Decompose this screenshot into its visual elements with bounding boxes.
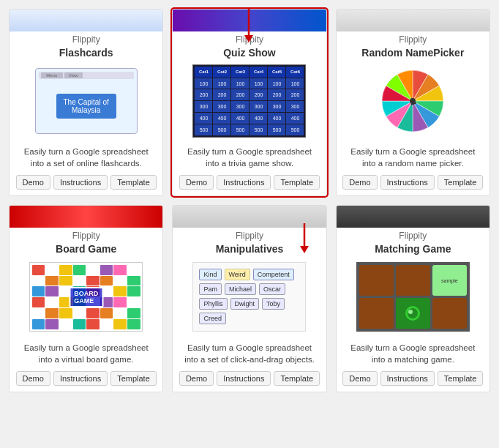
btn-instructions-quiz-show[interactable]: Instructions xyxy=(217,175,271,190)
card-description-flashcards: Easily turn a Google spreadsheet into a … xyxy=(10,141,162,175)
btn-demo-manipulatives[interactable]: Demo xyxy=(179,371,214,386)
btn-demo-flashcards[interactable]: Demo xyxy=(16,175,50,190)
card-header-flashcards xyxy=(10,10,162,31)
card-header-matching-game xyxy=(337,206,489,228)
card-random-name-picker: Flippity Random NamePicker Easily turn a… xyxy=(336,9,490,196)
btn-template-board-game[interactable]: Template xyxy=(110,371,157,386)
card-description-manipulatives: Easily turn a Google spreadsheet into a … xyxy=(173,337,326,371)
btn-demo-random-name-picker[interactable]: Demo xyxy=(342,175,377,190)
card-description-quiz-show: Easily turn a Google spreadsheet into a … xyxy=(173,141,326,175)
card-buttons-random-name-picker: DemoInstructionsTemplate xyxy=(337,175,489,195)
card-header-random-name-picker xyxy=(337,10,489,31)
card-header-manipulatives xyxy=(173,206,326,228)
btn-template-quiz-show[interactable]: Template xyxy=(274,175,320,190)
card-title-manipulatives: Flippity Manipulatives xyxy=(211,228,288,257)
card-header-quiz-show xyxy=(173,10,326,31)
card-title-flashcards: Flippity Flashcards xyxy=(55,31,118,61)
svg-point-8 xyxy=(408,310,413,314)
card-buttons-board-game: DemoInstructionsTemplate xyxy=(10,371,162,392)
svg-point-5 xyxy=(410,98,416,104)
btn-template-random-name-picker[interactable]: Template xyxy=(438,175,484,190)
card-buttons-flashcards: DemoInstructionsTemplate xyxy=(10,175,162,195)
btn-instructions-board-game[interactable]: Instructions xyxy=(53,371,108,386)
card-buttons-matching-game: DemoInstructionsTemplate xyxy=(337,371,489,392)
btn-template-matching-game[interactable]: Template xyxy=(438,371,484,386)
card-flashcards: Flippity Flashcards Menu View The Capita… xyxy=(9,9,163,196)
card-title-random-name-picker: Flippity Random NamePicker xyxy=(357,31,468,61)
card-title-quiz-show: Flippity Quiz Show xyxy=(219,31,280,61)
btn-demo-quiz-show[interactable]: Demo xyxy=(179,175,214,190)
btn-instructions-manipulatives[interactable]: Instructions xyxy=(217,371,271,386)
btn-template-flashcards[interactable]: Template xyxy=(110,175,157,190)
card-image-manipulatives: KindWeirdCompetentPamMichaelOscarPhyllis… xyxy=(173,257,326,337)
card-matching-game: Flippity Matching Game sample Easily tur… xyxy=(336,205,490,392)
btn-demo-board-game[interactable]: Demo xyxy=(16,371,50,386)
card-description-random-name-picker: Easily turn a Google spreadsheet into a … xyxy=(337,141,489,175)
card-image-matching-game: sample xyxy=(337,257,489,337)
card-title-matching-game: Flippity Matching Game xyxy=(370,228,455,257)
card-board-game: Flippity Board Game BOARDGAME Easily tur… xyxy=(9,205,163,392)
btn-instructions-matching-game[interactable]: Instructions xyxy=(380,371,435,386)
card-image-board-game: BOARDGAME xyxy=(10,257,162,337)
btn-instructions-random-name-picker[interactable]: Instructions xyxy=(380,175,435,190)
card-manipulatives: Flippity Manipulatives KindWeirdCompeten… xyxy=(172,205,326,392)
btn-instructions-flashcards[interactable]: Instructions xyxy=(53,175,108,190)
card-image-flashcards: Menu View The Capital ofMalaysia xyxy=(10,61,162,141)
btn-demo-matching-game[interactable]: Demo xyxy=(342,371,377,386)
card-description-matching-game: Easily turn a Google spreadsheet into a … xyxy=(337,337,489,371)
btn-template-manipulatives[interactable]: Template xyxy=(274,371,320,386)
card-image-quiz-show: Cat1Cat2Cat3Cat4Cat5Cat61001001001001001… xyxy=(173,61,326,141)
card-header-board-game xyxy=(10,206,162,228)
card-description-board-game: Easily turn a Google spreadsheet into a … xyxy=(10,337,162,371)
card-quiz-show: Flippity Quiz Show Cat1Cat2Cat3Cat4Cat5C… xyxy=(172,9,326,196)
card-buttons-manipulatives: DemoInstructionsTemplate xyxy=(173,371,326,392)
card-title-board-game: Flippity Board Game xyxy=(51,228,121,257)
card-image-random-name-picker xyxy=(337,61,489,141)
card-buttons-quiz-show: DemoInstructionsTemplate xyxy=(173,175,326,195)
